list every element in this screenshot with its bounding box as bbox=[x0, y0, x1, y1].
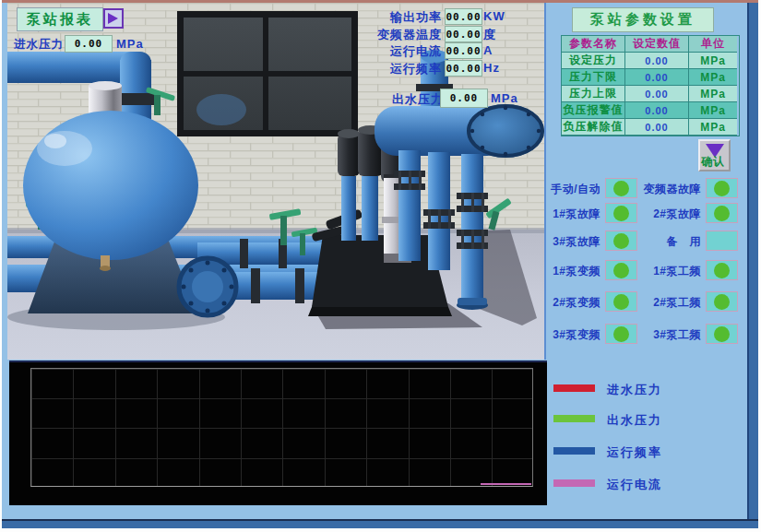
output-power-value: 00.00 bbox=[445, 8, 482, 25]
status-label: 2#泵变频 bbox=[553, 295, 600, 311]
legend-swatch-inlet-pressure bbox=[553, 384, 595, 392]
lamp-on-icon bbox=[613, 233, 629, 249]
trend-plot-area bbox=[30, 368, 533, 487]
legend-swatch-outlet-pressure bbox=[553, 415, 595, 422]
param-name: 压力上限 bbox=[562, 86, 625, 102]
status-indicator bbox=[605, 260, 637, 280]
run-current-label: 运行电流 bbox=[390, 43, 442, 60]
param-value-field[interactable]: 0.00 bbox=[625, 86, 689, 102]
status-indicator bbox=[706, 324, 738, 344]
report-button[interactable]: 泵站报表 bbox=[17, 7, 103, 31]
legend-label: 运行电流 bbox=[607, 477, 662, 493]
legend-swatch-run-frequency bbox=[553, 447, 595, 455]
inverter-temp-label: 变频器温度 bbox=[377, 27, 442, 43]
bottom-border bbox=[2, 519, 758, 528]
window bbox=[177, 11, 358, 136]
inlet-pressure-unit: MPa bbox=[116, 37, 144, 51]
col-header-name: 参数名称 bbox=[562, 36, 625, 53]
legend-label: 进水压力 bbox=[607, 382, 662, 398]
confirm-button-label: 确认 bbox=[701, 154, 725, 170]
param-unit: MPa bbox=[689, 102, 737, 119]
param-name: 设定压力 bbox=[562, 53, 625, 69]
pump-station-hmi: 泵站报表 进水压力 0.00 MPa 输出功率 00.00 KW 变频器温度 0… bbox=[0, 0, 761, 532]
left-edge bbox=[0, 0, 2, 532]
lamp-on-icon bbox=[613, 263, 629, 278]
parameter-table: 参数名称 设定数值 单位 设定压力 0.00 MPa 压力下限 0.00 MPa… bbox=[561, 35, 740, 136]
col-header-unit: 单位 bbox=[689, 36, 737, 53]
current-trace-segment bbox=[481, 483, 531, 485]
flanged-end-cap bbox=[177, 256, 238, 317]
run-current-value: 00.00 bbox=[445, 42, 482, 59]
play-triangle-icon bbox=[108, 13, 118, 24]
param-unit: MPa bbox=[689, 53, 737, 69]
settings-panel-title: 泵站参数设置 bbox=[572, 7, 714, 32]
run-frequency-value: 00.00 bbox=[445, 60, 482, 77]
status-label: 1#泵工频 bbox=[653, 264, 701, 279]
lamp-on-icon bbox=[714, 263, 730, 278]
legend-label: 出水压力 bbox=[607, 412, 662, 429]
bottom-edge bbox=[0, 528, 761, 532]
top-border-strip bbox=[0, 0, 761, 3]
col-header-setvalue: 设定数值 bbox=[625, 36, 689, 53]
run-frequency-label: 运行频率 bbox=[390, 61, 442, 77]
output-power-unit: KW bbox=[483, 9, 505, 23]
status-indicator bbox=[605, 324, 637, 344]
param-value-field[interactable]: 0.00 bbox=[625, 119, 689, 136]
inverter-temp-value: 00.00 bbox=[445, 26, 482, 42]
status-label: 备 用 bbox=[667, 234, 702, 250]
status-label: 3#泵故障 bbox=[553, 234, 600, 250]
run-frequency-unit: Hz bbox=[483, 61, 500, 75]
inlet-pressure-label: 进水压力 bbox=[14, 37, 64, 53]
trend-legend: 进水压力 出水压力 运行频率 运行电流 bbox=[546, 378, 754, 498]
outlet-pressure-unit: MPa bbox=[491, 91, 518, 105]
pressure-tank bbox=[23, 111, 198, 260]
status-indicator bbox=[706, 291, 738, 312]
status-label: 2#泵工频 bbox=[653, 295, 701, 311]
status-label: 手动/自动 bbox=[551, 182, 600, 197]
param-value-field[interactable]: 0.00 bbox=[625, 102, 689, 119]
inverter-temp-unit: 度 bbox=[483, 27, 496, 43]
status-indicator bbox=[605, 291, 637, 312]
confirm-button[interactable]: 确认 bbox=[698, 139, 731, 171]
lamp-on-icon bbox=[714, 181, 730, 196]
status-indicator bbox=[605, 178, 637, 198]
output-power-label: 输出功率 bbox=[390, 9, 442, 26]
param-name: 负压报警值 bbox=[562, 102, 625, 119]
lamp-on-icon bbox=[714, 326, 730, 342]
param-value-field[interactable]: 0.00 bbox=[625, 69, 689, 86]
status-indicator bbox=[706, 178, 738, 198]
param-unit: MPa bbox=[689, 69, 737, 86]
lamp-on-icon bbox=[613, 326, 629, 342]
right-border bbox=[747, 3, 758, 528]
param-name: 压力下限 bbox=[562, 69, 625, 86]
status-indicator bbox=[605, 231, 637, 251]
status-label: 3#泵变频 bbox=[553, 327, 600, 343]
param-value-field[interactable]: 0.00 bbox=[625, 53, 689, 69]
lamp-on-icon bbox=[714, 294, 730, 310]
legend-label: 运行频率 bbox=[607, 444, 662, 461]
legend-swatch-run-current bbox=[553, 479, 595, 487]
status-lamp-grid: 手动/自动 变频器故障 1#泵故障 2#泵故障 3#泵故障 备 用 1#泵变频 … bbox=[546, 178, 740, 349]
outlet-pressure-value: 0.00 bbox=[440, 89, 488, 108]
lamp-on-icon bbox=[613, 181, 629, 196]
report-play-button[interactable] bbox=[103, 8, 124, 29]
status-indicator bbox=[605, 203, 637, 223]
status-label: 2#泵故障 bbox=[653, 207, 701, 222]
outlet-pressure-label: 出水压力 bbox=[392, 91, 444, 108]
param-unit: MPa bbox=[689, 86, 737, 102]
status-indicator bbox=[706, 203, 738, 223]
lamp-on-icon bbox=[613, 206, 629, 221]
status-label: 变频器故障 bbox=[644, 182, 702, 197]
param-unit: MPa bbox=[689, 119, 737, 136]
lamp-on-icon bbox=[613, 294, 629, 310]
status-indicator bbox=[706, 260, 738, 280]
status-indicator bbox=[706, 231, 738, 251]
param-name: 负压解除值 bbox=[562, 119, 625, 136]
status-label: 1#泵故障 bbox=[553, 207, 600, 222]
lamp-on-icon bbox=[714, 206, 730, 221]
trend-chart bbox=[9, 361, 547, 505]
status-label: 1#泵变频 bbox=[553, 264, 600, 279]
run-current-unit: A bbox=[483, 43, 493, 57]
inlet-pressure-value: 0.00 bbox=[65, 35, 113, 53]
status-label: 3#泵工频 bbox=[653, 327, 701, 343]
